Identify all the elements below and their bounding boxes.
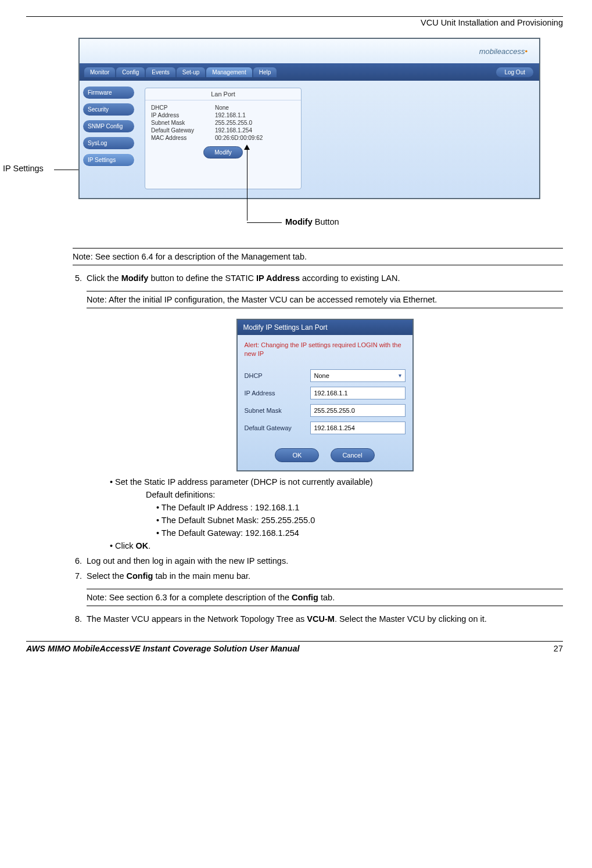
- page-number: 27: [554, 644, 563, 653]
- kv-key: DHCP: [151, 105, 215, 111]
- ok-button[interactable]: OK: [275, 448, 319, 462]
- brand-text: mobileaccess: [479, 47, 525, 56]
- ip-label: IP Address: [245, 390, 306, 397]
- note-block-1: Note: See section 6.4 for a description …: [73, 248, 563, 265]
- text: . Select the Master VCU by clicking on i…: [335, 614, 487, 624]
- default-defs-title: Default definitions:: [146, 490, 563, 499]
- bold: VCU-M: [307, 614, 335, 624]
- tab-label: Management: [212, 69, 246, 75]
- text: Click: [115, 541, 135, 550]
- kv-val: 192.168.1.254: [215, 127, 252, 134]
- select-value: None: [314, 372, 329, 379]
- bold: IP Address: [256, 273, 300, 283]
- step-6: Log out and then log in again with the n…: [84, 556, 563, 566]
- text: tab in the main menu bar.: [153, 571, 250, 581]
- kv-val: None: [215, 105, 229, 111]
- dialog-alert: Alert: Changing the IP settings required…: [238, 335, 412, 367]
- app-window: mobileaccess• Monitor Config Events Set-…: [78, 38, 540, 199]
- callout-hline: [247, 222, 282, 223]
- tab-setup[interactable]: Set-up: [177, 67, 205, 77]
- kv-key: IP Address: [151, 112, 215, 118]
- tab-help[interactable]: Help: [253, 67, 277, 77]
- kv-key: MAC Address: [151, 135, 215, 141]
- dhcp-select[interactable]: None ▾: [310, 369, 406, 382]
- sidebar-item-firmware[interactable]: Firmware: [83, 87, 134, 99]
- bold: Config: [127, 571, 153, 581]
- bold: Config: [292, 593, 318, 602]
- app-topbar: mobileaccess•: [80, 39, 539, 63]
- default-gateway-input[interactable]: [310, 422, 406, 434]
- mask-label: Subnet Mask: [245, 407, 306, 414]
- step-8: The Master VCU appears in the Network To…: [84, 614, 563, 624]
- text: Note: See section 6.3 for a complete des…: [87, 593, 292, 602]
- default-mask: The Default Subnet Mask: 255.255.255.0: [156, 516, 563, 525]
- gw-label: Default Gateway: [245, 424, 306, 431]
- default-gw: The Default Gateway: 192.168.1.254: [156, 528, 563, 538]
- tab-monitor[interactable]: Monitor: [84, 67, 115, 77]
- callout-modify-button: Modify Button: [285, 217, 339, 226]
- cancel-button[interactable]: Cancel: [331, 448, 375, 462]
- bullet-set-static-ip: Set the Static IP address parameter (DHC…: [110, 477, 563, 538]
- kv-val: 192.168.1.1: [215, 112, 246, 118]
- kv-key: Subnet Mask: [151, 120, 215, 126]
- figure-ip-settings: IP Settings mobileaccess• Monitor Config…: [26, 38, 563, 212]
- dialog-title: Modify IP Settings Lan Port: [238, 320, 412, 335]
- callout-ip-settings: IP Settings: [3, 164, 44, 173]
- modify-button[interactable]: Modify: [203, 146, 243, 159]
- text: tab.: [318, 593, 335, 602]
- subnet-mask-input[interactable]: [310, 404, 406, 417]
- default-ip: The Default IP Address : 192.168.1.1: [156, 503, 563, 512]
- dhcp-label: DHCP: [245, 372, 306, 379]
- text: Select the: [87, 571, 127, 581]
- sidebar-item-security[interactable]: Security: [83, 103, 134, 116]
- bold: Modify: [121, 273, 149, 283]
- logout-button[interactable]: Log Out: [496, 67, 533, 77]
- text: button to define the STATIC: [148, 273, 256, 283]
- callout-vline: [247, 147, 247, 221]
- ip-address-input[interactable]: [310, 387, 406, 399]
- sidebar-item-syslog[interactable]: SysLog: [83, 137, 134, 149]
- text: Click the: [87, 273, 121, 283]
- note-block-2: Note: After the initial IP configuration…: [87, 291, 563, 308]
- page-footer: AWS MIMO MobileAccessVE Instant Coverage…: [26, 644, 563, 665]
- chevron-down-icon: ▾: [399, 372, 401, 379]
- tab-label: Events: [152, 69, 170, 75]
- kv-key: Default Gateway: [151, 127, 215, 134]
- text: The Master VCU appears in the Network To…: [87, 614, 307, 624]
- modify-ip-dialog: Modify IP Settings Lan Port Alert: Chang…: [236, 319, 414, 471]
- tab-label: Help: [259, 69, 271, 75]
- tab-label: Config: [122, 69, 139, 75]
- page-header: VCU Unit Installation and Provisioning: [26, 18, 563, 27]
- callout-rest: Button: [313, 217, 339, 226]
- sidebar-item-ipsettings[interactable]: IP Settings: [83, 154, 134, 166]
- kv-val: 00:26:6D:00:09:62: [215, 135, 263, 141]
- tab-label: Set-up: [182, 69, 199, 75]
- step-7: Select the Config tab in the main menu b…: [84, 571, 563, 606]
- text: Set the Static IP address parameter (DHC…: [115, 477, 373, 487]
- tab-management[interactable]: Management: [206, 67, 252, 77]
- text: .: [148, 541, 150, 550]
- note-block-3: Note: See section 6.3 for a complete des…: [87, 589, 563, 606]
- panel-title: Lan Port: [145, 91, 301, 100]
- footer-title: AWS MIMO MobileAccessVE Instant Coverage…: [26, 644, 300, 653]
- sidebar-item-snmp[interactable]: SNMP Config: [83, 120, 134, 132]
- lan-port-panel: Lan Port DHCPNone IP Address192.168.1.1 …: [145, 88, 302, 189]
- callout-bold: Modify: [285, 217, 313, 226]
- brand-dot-icon: •: [525, 47, 528, 56]
- tab-events[interactable]: Events: [146, 67, 175, 77]
- text: according to existing LAN.: [300, 273, 400, 283]
- brand-logo: mobileaccess•: [479, 47, 528, 56]
- tab-label: Monitor: [90, 69, 109, 75]
- bold: OK: [136, 541, 149, 550]
- arrowhead-icon: [244, 145, 250, 150]
- menu-bar: Monitor Config Events Set-up Management …: [80, 63, 539, 81]
- kv-val: 255.255.255.0: [215, 120, 252, 126]
- step-5: Click the Modify button to define the ST…: [84, 273, 563, 550]
- side-nav: Firmware Security SNMP Config SysLog IP …: [80, 81, 138, 198]
- tab-config[interactable]: Config: [116, 67, 145, 77]
- bullet-click-ok: Click OK.: [110, 541, 563, 550]
